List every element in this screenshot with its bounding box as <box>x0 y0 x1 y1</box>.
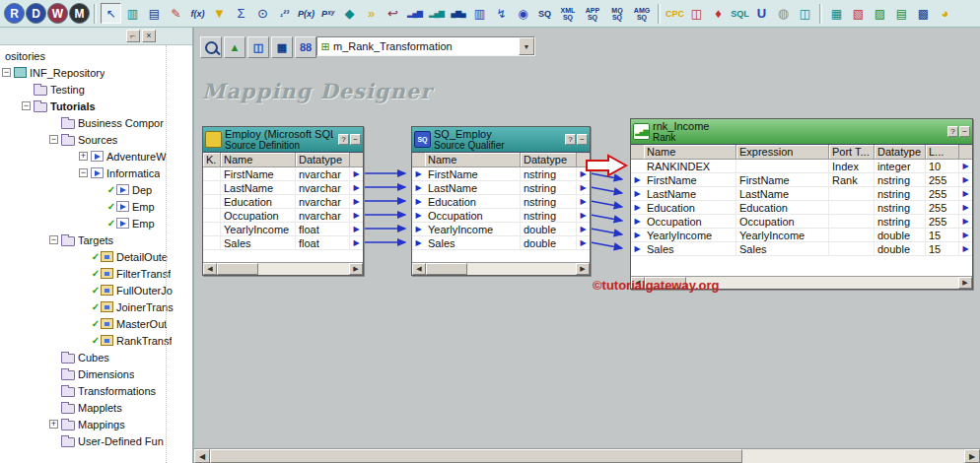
expand-icon[interactable] <box>49 420 58 429</box>
port-out-icon[interactable] <box>350 195 363 208</box>
port-row[interactable]: Occupationnstring <box>412 209 590 223</box>
port-row[interactable]: EducationEducationnstring255 <box>631 201 972 215</box>
port-in-icon[interactable] <box>412 181 425 194</box>
designer-button[interactable]: D <box>26 3 46 24</box>
port-in-icon[interactable] <box>631 229 644 241</box>
expand-icon[interactable] <box>79 152 88 161</box>
tree-item-mapplets[interactable]: Mapplets <box>0 399 192 416</box>
box-titlebar[interactable]: Employ (Microsoft SQL... Source Definiti… <box>203 127 363 153</box>
tree-item-business-components[interactable]: Business Compor <box>0 114 192 131</box>
tree-item-joinertransformation[interactable]: ✓JoinerTrans <box>0 298 192 315</box>
port-row[interactable]: Educationnstring <box>412 195 590 209</box>
link-ports-icon[interactable]: » <box>361 3 382 24</box>
port-row[interactable]: YearlyIncomedouble <box>412 223 590 236</box>
tree-item-detailouterjoin[interactable]: ✓DetailOute <box>0 248 192 265</box>
tree-item-emp-1[interactable]: ✓Emp <box>0 198 192 215</box>
port-in-icon[interactable] <box>631 242 644 255</box>
router-transformation-icon[interactable]: ◆ <box>339 3 360 24</box>
port-row[interactable]: Salesfloat <box>203 236 363 250</box>
port-in-icon[interactable] <box>412 209 425 222</box>
port-row[interactable]: Educationnvarchar <box>203 195 363 209</box>
port-out-icon[interactable] <box>350 223 363 235</box>
repository-manager-button[interactable]: R <box>4 3 25 24</box>
tree-item-mappings[interactable]: Mappings <box>0 416 192 432</box>
edit-icon[interactable]: ✎ <box>166 3 186 24</box>
help-button[interactable]: ? <box>338 134 349 145</box>
tree-item-user-defined-functions[interactable]: User-Defined Fun <box>0 432 192 449</box>
arrange-windows-icon[interactable]: ▦ <box>826 3 847 24</box>
port-out-icon[interactable] <box>350 167 363 180</box>
history-clock-icon[interactable]: ◕ <box>935 3 955 24</box>
scroll-right-button[interactable]: ▶ <box>349 263 363 275</box>
stored-procedure-icon[interactable]: P(x) <box>296 3 316 24</box>
tree-item-transformations[interactable]: Transformations <box>0 382 192 399</box>
tree-item-adventureworks[interactable]: AdventureW <box>0 148 192 165</box>
stack-windows-icon[interactable]: ▤ <box>891 3 912 24</box>
tree-item-repositories[interactable]: ositories <box>0 47 192 64</box>
arrange-iconic-button[interactable]: ▦ <box>271 36 293 58</box>
port-row[interactable]: LastNameLastNamenstring255 <box>631 187 972 201</box>
unstructured-data-icon[interactable]: ◍ <box>773 3 794 24</box>
dock-button[interactable]: ⌐ <box>126 30 140 42</box>
tree-item-sources[interactable]: Sources <box>0 131 192 148</box>
rank-transformation-box[interactable]: ▂▄▆ rnk_Income Rank ? − Name Expression … <box>630 118 973 290</box>
tree-item-inf-repository[interactable]: INF_Repository <box>0 64 192 81</box>
port-row[interactable]: FirstNamenstring <box>412 167 590 181</box>
select-tool-icon[interactable]: ↖ <box>101 3 121 24</box>
port-row[interactable]: RANKINDEXIndexinteger10 <box>631 160 972 173</box>
tree-item-informatica[interactable]: Informatica <box>0 165 192 181</box>
scroll-track[interactable] <box>686 277 958 289</box>
port-row[interactable]: YearlyIncomeYearlyIncomedouble15 <box>631 229 972 242</box>
scroll-thumb[interactable] <box>426 263 467 275</box>
box-titlebar[interactable]: SQ SQ_Employ Source Qualifier ? − <box>412 127 590 153</box>
java-transformation-icon[interactable]: ◫ <box>686 3 707 24</box>
transaction-control-icon[interactable]: ↯ <box>491 3 512 24</box>
port-out-icon[interactable] <box>959 201 972 214</box>
collapse-icon[interactable] <box>2 68 11 77</box>
unconnected-lookup-icon[interactable]: ◉ <box>513 3 533 24</box>
tree-item-ranktransformation[interactable]: ✓RankTransf <box>0 332 192 349</box>
port-in-icon[interactable] <box>631 215 644 228</box>
port-out-icon[interactable] <box>959 215 972 228</box>
port-row[interactable]: LastNamenvarchar <box>203 181 363 195</box>
aggregator-transformation-icon[interactable]: Σ <box>231 3 251 24</box>
mapping-canvas[interactable]: Mapping Designer ▲ ◫ ▦ 88 ⊞ m_Rank_Trans… <box>194 28 980 463</box>
tree-item-masterouterjoin[interactable]: ✓MasterOut <box>0 315 192 332</box>
collapse-icon[interactable] <box>49 135 58 144</box>
minimize-button[interactable]: − <box>577 134 588 145</box>
zoom-window-icon[interactable]: ▩ <box>913 3 934 24</box>
collapse-icon[interactable] <box>22 101 31 110</box>
port-out-icon[interactable] <box>350 181 363 194</box>
tree-item-fullouterjoin[interactable]: ✓FullOuterJo <box>0 282 192 298</box>
port-out-icon[interactable] <box>959 187 972 200</box>
source-qualifier-icon[interactable]: SQ <box>534 3 555 24</box>
port-in-icon[interactable] <box>631 187 644 200</box>
port-in-icon[interactable] <box>412 223 425 235</box>
port-row[interactable]: Salesdouble <box>412 236 590 250</box>
union-transformation-icon[interactable]: U <box>751 3 772 24</box>
collapse-icon[interactable] <box>49 235 58 244</box>
minimize-button[interactable]: − <box>959 126 970 137</box>
joiner-transformation-icon[interactable]: ▄▆▄ <box>448 3 468 24</box>
arrange-all-button[interactable]: ◫ <box>247 36 269 58</box>
help-button[interactable]: ? <box>565 134 576 145</box>
workflow-manager-button[interactable]: W <box>47 3 68 24</box>
source-qualifier-box[interactable]: SQ SQ_Employ Source Qualifier ? − Name D… <box>411 126 591 276</box>
source-definition-box[interactable]: Employ (Microsoft SQL... Source Definiti… <box>202 126 364 276</box>
scroll-track[interactable] <box>742 449 964 463</box>
port-row[interactable]: FirstNameFirstNameRanknstring255 <box>631 173 972 187</box>
port-row[interactable]: SalesSalesdouble15 <box>631 242 972 256</box>
box-titlebar[interactable]: ▂▄▆ rnk_Income Rank ? − <box>631 119 972 145</box>
port-out-icon[interactable] <box>959 242 972 255</box>
tree-item-dimensions[interactable]: Dimensions <box>0 365 192 382</box>
port-out-icon[interactable] <box>577 195 590 208</box>
scroll-right-button[interactable]: ▶ <box>958 277 972 289</box>
tree-item-cubes[interactable]: Cubes <box>0 349 192 365</box>
port-out-icon[interactable] <box>577 209 590 222</box>
scroll-track[interactable] <box>467 263 576 275</box>
sequence-generator-icon[interactable]: ₁²³ <box>274 3 295 24</box>
port-out-icon[interactable] <box>577 236 590 249</box>
overview-window-icon[interactable]: ▧ <box>848 3 869 24</box>
port-in-icon[interactable] <box>631 201 644 214</box>
port-row[interactable]: OccupationOccupationnstring255 <box>631 215 972 229</box>
